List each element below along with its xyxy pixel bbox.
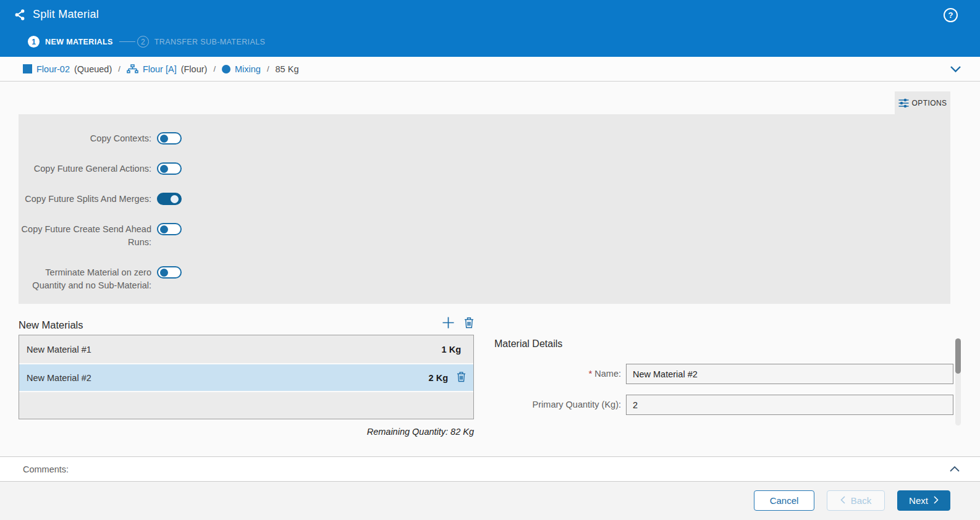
- cancel-button[interactable]: Cancel: [754, 490, 814, 511]
- primary-quantity-label: Primary Quantity (Kg):: [494, 395, 621, 414]
- sliders-icon: [898, 98, 909, 108]
- page-title: Split Material: [33, 8, 99, 21]
- step-1-label: NEW MATERIALS: [45, 38, 113, 46]
- option-row: Copy Contexts:: [19, 132, 950, 145]
- terminate-material-toggle[interactable]: [157, 266, 182, 279]
- step-1-circle: 1: [28, 36, 40, 48]
- required-asterisk: *: [588, 368, 592, 379]
- breadcrumb-separator: /: [267, 64, 269, 73]
- copy-future-general-actions-toggle[interactable]: [157, 162, 182, 175]
- chevron-up-icon[interactable]: [949, 466, 960, 472]
- breadcrumb-material-link[interactable]: Flour-02: [36, 64, 70, 74]
- trash-icon: [464, 317, 474, 330]
- option-row: Copy Future Splits And Merges:: [19, 193, 950, 206]
- copy-contexts-toggle[interactable]: [157, 132, 182, 145]
- terminate-material-label: Terminate Material on zero Quantity and …: [19, 266, 151, 292]
- copy-future-splits-merges-label: Copy Future Splits And Merges:: [19, 193, 151, 206]
- primary-quantity-field[interactable]: [626, 395, 953, 415]
- material-square-icon: [23, 64, 32, 73]
- next-button[interactable]: Next: [897, 490, 950, 511]
- material-row-quantity: 2 Kg: [429, 373, 448, 383]
- hierarchy-icon: [127, 64, 138, 73]
- material-row-name: New Material #1: [27, 345, 442, 354]
- copy-future-send-ahead-label: Copy Future Create Send Ahead Runs:: [19, 223, 151, 249]
- material-details-title: Material Details: [494, 338, 562, 350]
- material-row-2[interactable]: New Material #2 2 Kg: [19, 363, 473, 391]
- option-row: Copy Future General Actions:: [19, 162, 950, 175]
- material-row-quantity: 1 Kg: [442, 345, 461, 354]
- details-scrollbar[interactable]: [955, 338, 961, 426]
- breadcrumb-quantity: 85 Kg: [276, 64, 299, 74]
- material-row-1[interactable]: New Material #1 1 Kg: [19, 335, 473, 363]
- copy-future-general-actions-label: Copy Future General Actions:: [19, 162, 151, 175]
- option-row: Terminate Material on zero Quantity and …: [19, 266, 950, 292]
- breadcrumb-material-status: (Queued): [74, 64, 112, 74]
- step-status-circle-icon: [222, 65, 230, 73]
- comments-label: Comments:: [23, 464, 69, 474]
- option-row: Copy Future Create Send Ahead Runs:: [19, 223, 950, 249]
- toggle-knob: [160, 135, 168, 143]
- step-2-label: TRANSFER SUB-MATERIALS: [154, 38, 265, 46]
- step-connector-line: [119, 41, 135, 42]
- material-row-name: New Material #2: [27, 373, 429, 383]
- breadcrumb-step-link[interactable]: Mixing: [235, 64, 261, 74]
- breadcrumb-product-family: (Flour): [181, 64, 208, 74]
- trash-icon: [457, 371, 466, 384]
- delete-material-button[interactable]: [464, 317, 474, 330]
- breadcrumb-separator: /: [213, 64, 216, 73]
- chevron-down-icon[interactable]: [950, 65, 961, 73]
- toggle-knob: [171, 195, 179, 203]
- back-button[interactable]: Back: [827, 490, 885, 511]
- delete-row-button[interactable]: [457, 371, 466, 384]
- breadcrumb-separator: /: [118, 64, 120, 73]
- options-tab-label: OPTIONS: [912, 99, 947, 107]
- footer: Cancel Back Next: [0, 482, 980, 520]
- new-materials-actions: [442, 316, 474, 331]
- copy-contexts-label: Copy Contexts:: [19, 132, 151, 145]
- toggle-knob: [160, 165, 168, 173]
- material-row-empty[interactable]: [19, 391, 473, 419]
- new-materials-header: New Materials: [19, 316, 474, 331]
- remaining-quantity: Remaining Quantity: 82 Kg: [19, 427, 474, 437]
- breadcrumb: Flour-02 (Queued) / Flour [A] (Flour) / …: [0, 57, 980, 82]
- toggle-knob: [160, 269, 168, 277]
- name-field[interactable]: [626, 364, 953, 384]
- breadcrumb-product-link[interactable]: Flour [A]: [143, 64, 177, 74]
- add-material-button[interactable]: [442, 316, 455, 331]
- options-tab[interactable]: OPTIONS: [895, 91, 950, 114]
- new-materials-list: New Material #1 1 Kg New Material #2 2 K…: [19, 335, 474, 419]
- title-row: Split Material ?: [0, 0, 980, 21]
- help-button[interactable]: ?: [944, 8, 958, 22]
- chevron-left-icon: [840, 495, 845, 506]
- plus-icon: [442, 316, 455, 331]
- split-material-dialog: Split Material ? 1 NEW MATERIALS 2 TRANS…: [0, 0, 980, 520]
- toggle-knob: [160, 225, 168, 233]
- comments-section[interactable]: Comments:: [0, 456, 980, 482]
- copy-future-send-ahead-toggle[interactable]: [157, 223, 182, 235]
- options-panel: Copy Contexts: Copy Future General Actio…: [19, 114, 950, 304]
- new-materials-title: New Materials: [19, 319, 83, 331]
- chevron-right-icon: [934, 495, 939, 506]
- copy-future-splits-merges-toggle[interactable]: [157, 193, 182, 205]
- split-material-icon: [14, 9, 26, 21]
- step-2-circle: 2: [137, 36, 149, 48]
- name-label: *Name:: [494, 364, 621, 384]
- scrollbar-thumb[interactable]: [955, 338, 961, 374]
- step-indicator: 1 NEW MATERIALS 2 TRANSFER SUB-MATERIALS: [28, 36, 271, 48]
- header: Split Material ? 1 NEW MATERIALS 2 TRANS…: [0, 0, 980, 57]
- question-mark-icon: ?: [948, 10, 953, 20]
